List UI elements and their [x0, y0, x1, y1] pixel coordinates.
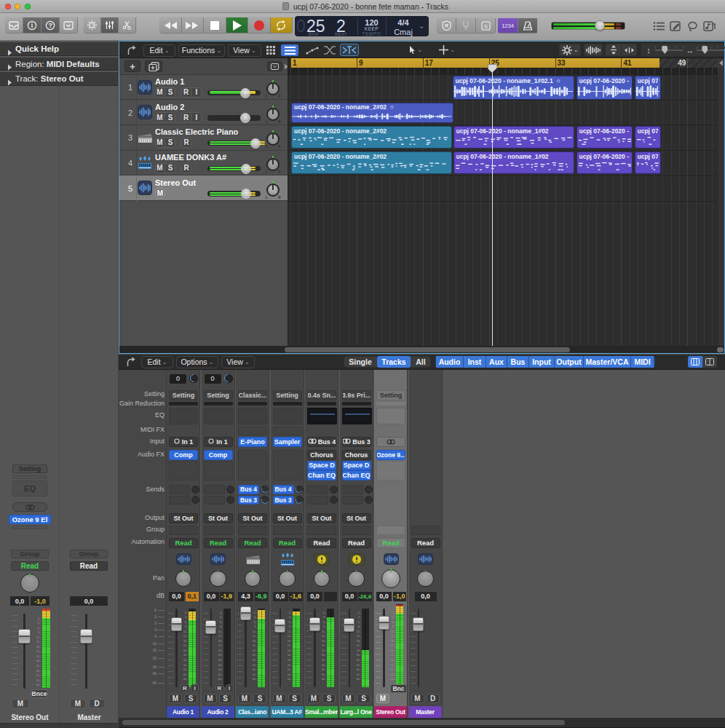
svg-text:S: S	[483, 23, 487, 29]
svg-text:?: ?	[48, 22, 52, 29]
svg-text:i: i	[31, 22, 33, 29]
